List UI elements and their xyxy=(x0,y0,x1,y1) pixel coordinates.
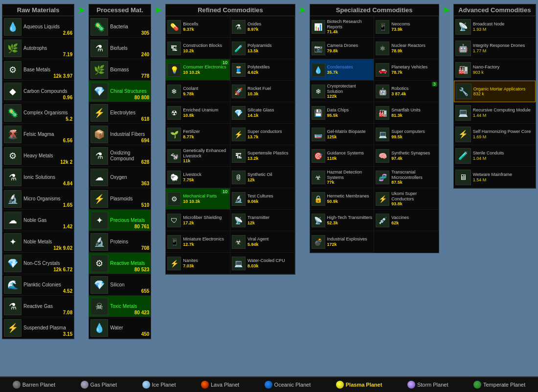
raw-item-0[interactable]: 💧 Aqueous Liquids 2.66 xyxy=(2,16,74,38)
spec-right-0[interactable]: 📱 Neocoms 73.9k xyxy=(374,16,439,38)
spec-left-9[interactable]: 📡 High-Tech Transmitters 52.3k xyxy=(310,210,375,231)
raw-item-6[interactable]: ⚙ Heavy Metals 12k 2 xyxy=(2,145,74,167)
spec-left-8[interactable]: 🔒 Hermetic Membranes 50.9k xyxy=(310,188,375,210)
refined-left-11[interactable]: ⚡ Nanites 7.03k xyxy=(166,253,230,274)
refined-left-1[interactable]: 🏗 Construction Blocks 10.2k xyxy=(166,38,230,59)
raw-item-9[interactable]: ☁ Noble Gas 1.42 xyxy=(2,210,74,231)
raw-item-4[interactable]: 🦠 Complex Organisms 5.2 xyxy=(2,102,74,124)
processed-item-6[interactable]: ⚗ Oxidizing Compound 628 xyxy=(89,145,151,167)
refined-right-10[interactable]: ☣ Viral Agent 5.94k xyxy=(230,231,295,253)
processed-item-10[interactable]: 🔬 Proteins 708 xyxy=(89,231,151,253)
refined-left-9[interactable]: 🛡 Microfiber Shielding 17.2k xyxy=(166,210,230,231)
refined-left-3[interactable]: ❄ Coolant 9.78k xyxy=(166,81,230,102)
advanced-item-4[interactable]: 💻 Recursive Computing Module 1.44 M xyxy=(454,102,536,124)
processed-item-9[interactable]: ✦ Precious Metals 80 761 xyxy=(89,210,151,231)
refined-right-9[interactable]: 📡 Transmitter 12k xyxy=(230,210,295,231)
planet-gas[interactable]: Gas Planet xyxy=(81,381,117,389)
raw-item-3[interactable]: ◆ Carbon Compounds 0.96 xyxy=(2,81,74,102)
refined-right-11[interactable]: 💻 Water-Cooled CPU 8.03k xyxy=(230,253,295,274)
planet-temperate[interactable]: Temperate Planet xyxy=(473,381,525,389)
processed-item-4[interactable]: ⚡ Electrolytes 618 xyxy=(89,102,151,124)
spec-right-4[interactable]: 🏭 Smartfab Units 81.3k xyxy=(374,102,439,124)
refined-left-8[interactable]: 10 ⚙ Mechanical Parts 10 10.3k xyxy=(166,188,230,210)
processed-item-3[interactable]: 💎 Chiral Structures 80 808 xyxy=(89,81,151,102)
proc-icon-13: ☠ xyxy=(90,298,108,315)
processed-item-11[interactable]: ⚙ Reactive Metals 80 523 xyxy=(89,253,151,274)
advanced-item-2[interactable]: 🏭 Nano-Factory 903 k xyxy=(454,59,536,81)
spec-right-9[interactable]: 💉 Vaccines 62k xyxy=(374,210,439,231)
planet-barren[interactable]: Barren Planet xyxy=(13,381,55,389)
refined-right-3[interactable]: 🚀 Rocket Fuel 10.3k xyxy=(230,81,295,102)
spec-left-1[interactable]: 📷 Camera Drones 79.8k xyxy=(310,38,375,59)
spec-left-0[interactable]: 📊 Biotech Research Reports 71.4k xyxy=(310,16,375,38)
processed-item-7[interactable]: ☁ Oxygen 363 xyxy=(89,167,151,188)
planet-plasma[interactable]: Plasma Planet xyxy=(336,381,382,389)
planet-oceanic[interactable]: Oceanic Planet xyxy=(265,381,311,389)
adv-info-3: Organic Mortar Applicators 832 k xyxy=(473,87,534,97)
spec-right-1[interactable]: ⚛ Nuclear Reactors 78.9k xyxy=(374,38,439,59)
refined-left-5[interactable]: 🌱 Fertilizer 8.77k xyxy=(166,124,230,145)
refined-right-7[interactable]: 🛢 Synthetic Oil 12k xyxy=(230,167,295,188)
refined-right-4[interactable]: 💎 Silicate Glass 14.1k xyxy=(230,102,295,124)
raw-item-1[interactable]: 🌿 Autotrophs 7.19 xyxy=(2,38,74,59)
spec-right-2[interactable]: 🚗 Planetary Vehicles 78.7k xyxy=(374,59,439,81)
raw-info-9: Noble Gas xyxy=(23,218,72,223)
planet-storm[interactable]: Storm Planet xyxy=(407,381,448,389)
refined-right-8[interactable]: 🔬 Test Cultures 9.06k xyxy=(230,188,295,210)
spec-l-val-8: 50.9k xyxy=(327,199,373,204)
raw-item-11[interactable]: 💎 Non-CS Crystals 12k 6.72 xyxy=(2,253,74,274)
spec-left-3[interactable]: ❄ Cryoprotectant Solution 122k xyxy=(310,81,375,102)
spec-right-5[interactable]: 💻 Super computers 99.5k xyxy=(374,124,439,145)
processed-item-5[interactable]: 📦 Industrial Fibers 694 xyxy=(89,124,151,145)
refined-left-4[interactable]: ☢ Enriched Uranium 10.8k xyxy=(166,102,230,124)
refined-left-2[interactable]: 10 💡 Consumer Electronics 10 10.2k xyxy=(166,59,230,81)
raw-item-14[interactable]: ⚡ Suspended Plasma 3.15 xyxy=(2,317,74,339)
raw-item-10[interactable]: ✦ Noble Metals 12k 9.02 xyxy=(2,231,74,253)
refined-right-6[interactable]: 🏗 Supertensile Plastics 13.2k xyxy=(230,145,295,167)
spec-left-7[interactable]: ☣ Hazmat Detection Systems 77k xyxy=(310,167,375,188)
refined-left-6[interactable]: 🐄 Genetically Enhanced Livestock 11k xyxy=(166,145,230,167)
spec-left-6[interactable]: 🎯 Guidance Systems 110k xyxy=(310,145,375,167)
advanced-item-0[interactable]: 📡 Broadcast Node 1.93 M xyxy=(454,16,536,38)
advanced-item-6[interactable]: 🧪 Sterile Conduits 1.04 M xyxy=(454,145,536,167)
advanced-item-1[interactable]: 🤖 Integrity Response Drones 1.77 M xyxy=(454,38,536,59)
raw-info-13: Reactive Gas xyxy=(23,304,72,309)
processed-item-12[interactable]: 💎 Silicon 655 xyxy=(89,274,151,296)
spec-left-4[interactable]: 💾 Data Chips 95.5k xyxy=(310,102,375,124)
planet-lava[interactable]: Lava Planet xyxy=(201,381,239,389)
proc-icon-12: 💎 xyxy=(90,276,108,294)
processed-item-0[interactable]: 🦠 Bacteria 305 xyxy=(89,16,151,38)
refined-right-2[interactable]: 🧵 Polytextiles 4.62k xyxy=(230,59,295,81)
planet-ice[interactable]: Ice Planet xyxy=(142,381,176,389)
raw-item-12[interactable]: 🌊 Planktic Colonies 4.52 xyxy=(2,274,74,296)
proc-info-2: Biomass xyxy=(110,67,149,73)
refined-right-0[interactable]: ⚗ Oxides 8.97k xyxy=(230,16,295,38)
refined-left-10[interactable]: 📱 Miniature Electronics 12.7k xyxy=(166,231,230,253)
refined-left-0[interactable]: 💊 Biocells 9.37k xyxy=(166,16,230,38)
spec-right-7[interactable]: 🧬 Transcranial Microcontrollers 87.5k xyxy=(374,167,439,188)
spec-right-8[interactable]: ⚡ Ukomi Super Conductors 93.8k xyxy=(374,188,439,210)
refined-right-1[interactable]: 🧪 Polyaramids 13.5k xyxy=(230,38,295,59)
advanced-item-3[interactable]: 🔧 Organic Mortar Applicators 832 k xyxy=(454,81,536,102)
raw-item-7[interactable]: ⚗ Ionic Solutions 4.84 xyxy=(2,167,74,188)
raw-item-8[interactable]: 🔬 Micro Organisms 1.65 xyxy=(2,188,74,210)
advanced-item-5[interactable]: ⚡ Self Harmonizing Power Core 1.69 M xyxy=(454,124,536,145)
spec-l-name-0: Biotech Research Reports xyxy=(327,19,373,30)
spec-right-6[interactable]: 🧠 Synthetic Synapses 97.4k xyxy=(374,145,439,167)
spec-left-5[interactable]: 🧫 Gel-Matrix Biopaste 125k xyxy=(310,124,375,145)
spec-left-10[interactable]: 💣 Industrial Explosives 172k xyxy=(310,231,375,253)
spec-right-3[interactable]: 3 🤖 Robotics 3 87.4k xyxy=(374,81,439,102)
processed-item-13[interactable]: ☠ Toxic Metals 80 423 xyxy=(89,296,151,317)
advanced-item-7[interactable]: 🖥 Wetware Mainframe 1.54 M xyxy=(454,167,536,188)
raw-item-13[interactable]: ⚗ Reactive Gas 7.08 xyxy=(2,296,74,317)
processed-item-2[interactable]: 🌿 Biomass 778 xyxy=(89,59,151,81)
refined-right-5[interactable]: ⚡ Super conductors 13.7k xyxy=(230,124,295,145)
processed-item-14[interactable]: 💧 Water 450 xyxy=(89,317,151,339)
processed-item-1[interactable]: ⚗ Biofuels 240 xyxy=(89,38,151,59)
refined-left-7[interactable]: 🐑 Livestock 7.75k xyxy=(166,167,230,188)
raw-item-5[interactable]: 🌋 Felsic Magma 6.56 xyxy=(2,124,74,145)
raw-item-2[interactable]: ⚙ Base Metals 12k 3.97 xyxy=(2,59,74,81)
spec-left-2[interactable]: 💧 Condensates 35.7k xyxy=(310,59,375,81)
processed-item-8[interactable]: ⚡ Plasmoids 510 xyxy=(89,188,151,210)
adv-value-0: 1.93 M xyxy=(473,27,534,32)
